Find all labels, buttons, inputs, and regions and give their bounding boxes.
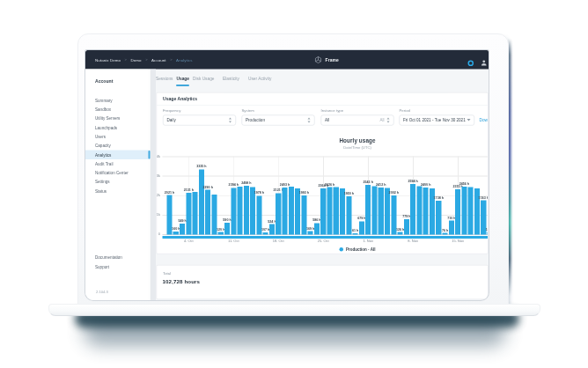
chart-bar-oct-17[interactable] xyxy=(269,224,275,235)
chart-bar-label: 586 h xyxy=(304,218,330,223)
chart-bar-nov-8[interactable] xyxy=(410,184,415,234)
breadcrumb-item-demo[interactable]: Demo xyxy=(131,57,142,62)
sidebar-item-audit-trail[interactable]: Audit Trail xyxy=(85,159,151,168)
chart-bar-nov-20[interactable] xyxy=(487,232,488,235)
sidebar-scrollbar-gutter[interactable] xyxy=(151,70,157,302)
sidebar-item-utility-servers[interactable]: Utility Servers xyxy=(85,114,151,122)
chart-bar-label: 61 h xyxy=(342,228,369,232)
chart-bar-nov-9[interactable] xyxy=(416,187,422,235)
chart-bar-oct-18[interactable] xyxy=(276,193,281,234)
chart-bar-label: 1950 h xyxy=(335,191,362,195)
total-card: Total 102,728 hours xyxy=(157,265,489,299)
filter-value: All xyxy=(325,118,379,122)
breadcrumb-item-analytics[interactable]: Analytics xyxy=(176,57,193,62)
chart-bar-nov-13[interactable] xyxy=(442,233,447,235)
chart-bar-nov-14[interactable] xyxy=(449,221,454,235)
chart-x-axis-label: 1. Nov xyxy=(355,239,381,244)
chart-bar-oct-31[interactable] xyxy=(359,221,364,234)
chart-bar-oct-19[interactable] xyxy=(282,188,287,234)
chart-bar-nov-3[interactable] xyxy=(379,188,384,234)
laptop-base xyxy=(48,304,540,316)
chart-bar-oct-12[interactable] xyxy=(238,187,243,234)
chart-bar-label: 160 h xyxy=(163,226,189,231)
chart-bar-oct-9[interactable] xyxy=(218,232,224,235)
chart-bar-oct-11[interactable] xyxy=(231,188,236,234)
download-link[interactable]: Download xyxy=(480,118,489,123)
chart-bar-label: 549 h xyxy=(169,218,195,223)
chart-bar-nov-7[interactable] xyxy=(404,219,409,234)
chart-bar-label: 3335 h xyxy=(188,165,215,169)
chart-x-axis-label: 15. Nov xyxy=(445,239,471,244)
app-version: 2.104.3 xyxy=(96,291,108,295)
filter-select-frequency[interactable]: Daily xyxy=(163,115,236,126)
chart-y-axis-label: 4k xyxy=(157,154,161,158)
chart-bar-oct-16[interactable] xyxy=(263,232,268,234)
sidebar-item-summary[interactable]: Summary xyxy=(85,96,151,105)
chart-gridline-horizontal xyxy=(163,176,489,177)
chart-bar-label: 2002 h xyxy=(380,190,407,195)
filter-label-frequency: Frequency xyxy=(163,108,180,113)
tab-user-activity[interactable]: User Activity xyxy=(248,73,271,84)
sidebar-item-analytics[interactable]: Analytics xyxy=(85,151,151,159)
breadcrumb-separator-icon: > xyxy=(170,58,172,63)
filter-select-instance-type[interactable]: AllAll xyxy=(321,115,394,126)
filter-label-system: System xyxy=(242,108,254,113)
chart-bar-oct-23[interactable] xyxy=(308,232,313,235)
tab-sessions[interactable]: Sessions xyxy=(156,73,173,84)
card-title: Usage Analytics xyxy=(163,97,197,102)
tab-disk-usage[interactable]: Disk Usage xyxy=(193,73,215,84)
chart-bar-oct-6[interactable] xyxy=(199,169,204,234)
frame-logo[interactable]: Frame xyxy=(314,50,339,70)
sidebar-item-support[interactable]: Support xyxy=(95,264,109,269)
sidebar-item-notification-center[interactable]: Notification Center xyxy=(85,168,151,177)
chart-bar-oct-25[interactable] xyxy=(320,188,326,234)
chart-bar-label: 126 h xyxy=(387,227,414,232)
sidebar-item-documentation[interactable]: Documentation xyxy=(95,255,122,260)
chart-bar-oct-30[interactable] xyxy=(353,233,358,234)
filter-select-period[interactable]: Fri Oct 01 2021 - Tue Nov 30 2021 xyxy=(400,115,475,126)
chart-bar-oct-5[interactable] xyxy=(193,192,198,235)
frame-logo-label: Frame xyxy=(326,57,339,63)
sidebar-item-capacity[interactable]: Capacity xyxy=(85,141,151,150)
filter-label-period: Period xyxy=(400,108,410,113)
sidebar-item-launchpads[interactable]: Launchpads xyxy=(85,123,151,132)
tab-elasticity[interactable]: Elasticity xyxy=(223,73,239,84)
top-navigation-bar: Nutanix Demo>Demo>Account>Analytics Fram… xyxy=(85,50,489,70)
user-profile-icon[interactable] xyxy=(481,60,488,67)
filter-select-system[interactable]: Production xyxy=(242,115,315,126)
chart-bar-nov-2[interactable] xyxy=(371,187,377,235)
chart-bar-nov-16[interactable] xyxy=(461,187,467,234)
chart-bar-label: 2498 h xyxy=(233,180,260,185)
breadcrumb-separator-icon: > xyxy=(145,58,147,63)
chart-bar-label: 2426 h xyxy=(317,182,343,187)
filter-value-secondary: All xyxy=(379,118,384,122)
chart-bar-oct-24[interactable] xyxy=(314,223,320,234)
sidebar-item-status[interactable]: Status xyxy=(85,187,151,195)
sidebar-item-sandbox[interactable]: Sandbox xyxy=(85,105,151,114)
chart-bar-label: 679 h xyxy=(349,217,375,221)
sidebar-title[interactable]: Account xyxy=(95,78,113,84)
chart-bar-oct-10[interactable] xyxy=(224,223,230,234)
chart-bar-oct-4[interactable] xyxy=(186,193,191,234)
chart-bar-nov-6[interactable] xyxy=(398,232,403,235)
breadcrumb-item-account[interactable]: Account xyxy=(151,57,166,62)
sidebar-item-settings[interactable]: Settings xyxy=(85,178,151,187)
chart-bar-nov-15[interactable] xyxy=(455,189,460,234)
sidebar-item-users[interactable]: Users xyxy=(85,132,151,141)
status-ring-icon[interactable] xyxy=(468,61,474,66)
chart-bar-nov-17[interactable] xyxy=(468,187,474,234)
chart-horizontal-scrollbar[interactable] xyxy=(163,236,489,239)
chart-bar-oct-2[interactable] xyxy=(173,232,179,235)
breadcrumb-item-nutanix-demo[interactable]: Nutanix Demo xyxy=(95,57,121,62)
chart-bar-label: 169 h xyxy=(298,226,324,231)
chart-bar-oct-26[interactable] xyxy=(327,188,332,235)
chevron-down-icon xyxy=(467,119,471,122)
tab-usage[interactable]: Usage xyxy=(177,73,189,84)
chart-legend[interactable]: Production - All xyxy=(157,247,489,252)
chart-bar-label: 710 h xyxy=(438,216,465,220)
chart-bar-label: 2456 h xyxy=(451,181,477,186)
chart-bar-label: 1738 h xyxy=(425,195,452,200)
page: Nutanix Demo>Demo>Account>Analytics Fram… xyxy=(0,0,588,368)
chart-bar-nov-1[interactable] xyxy=(365,185,371,234)
chart-bar-oct-3[interactable] xyxy=(180,224,185,234)
